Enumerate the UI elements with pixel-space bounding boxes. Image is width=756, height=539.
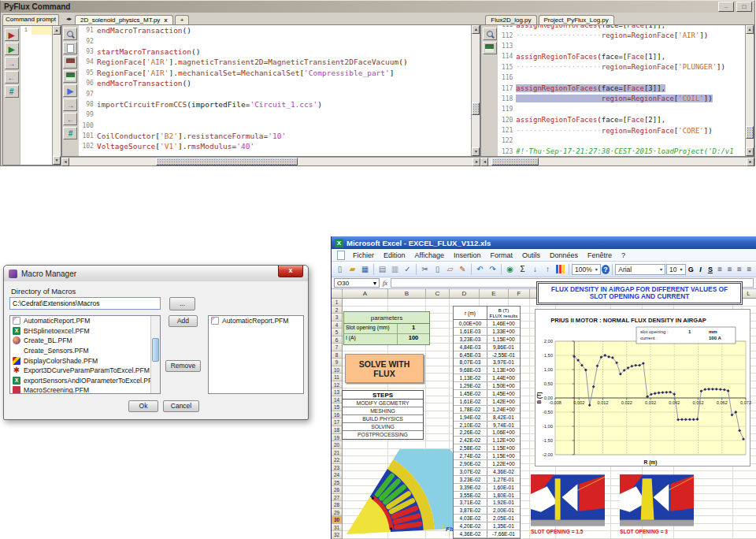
browse-button[interactable]: ...	[169, 297, 195, 310]
code-line[interactable]: 116	[498, 72, 745, 83]
column-header-B[interactable]: B	[388, 289, 426, 298]
help-icon[interactable]: ?	[602, 265, 610, 274]
macro-list-item[interactable]: Create_Sensors.PFM	[10, 346, 160, 356]
row-header-30[interactable]: 30	[332, 516, 342, 524]
cut-icon[interactable]: ✂	[419, 263, 431, 275]
row-header-8[interactable]: 8	[332, 351, 342, 359]
menu-outils[interactable]: Outils	[517, 251, 545, 260]
copy-icon[interactable]: ▯	[432, 263, 443, 275]
code-line[interactable]: 100	[79, 121, 471, 131]
scroll-left-icon[interactable]	[61, 158, 69, 166]
code-line[interactable]: 114assignRegionToFaces(face=[Face[1]],	[498, 51, 745, 61]
cancel-button[interactable]: Cancel	[163, 400, 199, 412]
underline-button[interactable]: S	[706, 266, 714, 273]
row-header-2[interactable]: 2	[332, 307, 342, 314]
remove-button[interactable]: Remove	[165, 360, 201, 372]
macro-manager-titlebar[interactable]: Macro Manager x	[4, 266, 308, 281]
row-header-27[interactable]: 27	[332, 494, 342, 502]
code-line[interactable]: 91endMacroTransaction()	[79, 25, 471, 35]
column-header-D[interactable]: D	[450, 289, 480, 298]
save-green-icon[interactable]	[63, 70, 77, 83]
save-green-icon[interactable]	[483, 42, 497, 54]
macro-list-scrollbar[interactable]	[150, 316, 160, 393]
new-tab-button[interactable]: +	[175, 15, 190, 24]
search-icon[interactable]	[63, 28, 77, 40]
code-line[interactable]: 97	[79, 88, 471, 99]
row-header-24[interactable]: 24	[332, 471, 342, 479]
scroll-left-icon[interactable]	[480, 158, 488, 166]
pyflux-titlebar[interactable]: PyFlux Command	[1, 1, 754, 13]
row-header-18[interactable]: 18	[332, 426, 342, 434]
menu-?[interactable]: ?	[617, 251, 630, 260]
new-file-icon[interactable]	[63, 42, 77, 54]
log-code-area[interactable]: 111assignRegionToFaces(face=[Face[1]],11…	[498, 25, 745, 156]
name-box[interactable]: O30 ▾	[334, 278, 380, 288]
code-line[interactable]: 94RegionFace['AIR'].magneticTransient2D=…	[79, 57, 471, 67]
open-icon[interactable]: ▰	[346, 263, 358, 275]
column-header-C[interactable]: C	[426, 289, 450, 298]
column-header-E[interactable]: E	[480, 289, 509, 298]
menu-edition[interactable]: Edition	[379, 251, 410, 260]
macro-list-item[interactable]: XexportSensorsAndIOParameterToExcel.PFM	[10, 376, 160, 386]
row-header-20[interactable]: 20	[332, 441, 342, 449]
minimize-button[interactable]	[718, 2, 734, 12]
row-header-29[interactable]: 29	[332, 509, 342, 517]
row-header-22[interactable]: 22	[332, 456, 342, 464]
format-painter-icon[interactable]: ✎	[457, 263, 469, 275]
row-header-10[interactable]: 10	[332, 366, 342, 374]
dropdown-icon[interactable]: ▾	[373, 280, 376, 287]
italic-button[interactable]: I	[696, 266, 705, 273]
scroll-thumb[interactable]	[152, 338, 159, 362]
scroll-down-icon[interactable]	[53, 156, 61, 165]
paste-icon[interactable]: ▱	[444, 263, 456, 275]
code-line[interactable]: 96endMacroTransaction()	[79, 78, 471, 88]
row-header-6[interactable]: 6	[332, 336, 342, 344]
search-icon[interactable]	[483, 28, 497, 40]
code-line[interactable]: 117assignRegionToFaces(face=[Face[3]],	[498, 83, 745, 93]
comment-icon[interactable]: #	[5, 85, 19, 98]
align-center-icon[interactable]: ≡	[725, 265, 734, 273]
print-icon[interactable]: ▤	[376, 263, 388, 275]
redo-icon[interactable]: ↷	[487, 263, 498, 275]
row-header-21[interactable]: 21	[332, 449, 342, 457]
zoom-combo[interactable]: 100%▾	[572, 264, 601, 275]
menu-donnes[interactable]: Données	[545, 251, 583, 260]
column-header-A[interactable]: A	[343, 289, 388, 298]
code-line[interactable]: 113	[498, 41, 745, 51]
row-header-31[interactable]: 31	[332, 524, 342, 532]
code-line[interactable]: 95RegionFace['AIR'].mechanicalSet=Mechan…	[79, 68, 471, 78]
row-header-19[interactable]: 19	[332, 434, 342, 442]
arrow-left-icon[interactable]: ←	[63, 113, 77, 125]
code-line[interactable]: 101CoilConductor['B2'].resistanceFormula…	[79, 131, 471, 141]
excel-titlebar[interactable]: X Microsoft Excel - EXCEL_FLUX_V112.xls	[332, 236, 756, 249]
sort-desc-icon[interactable]: ↑	[542, 263, 554, 275]
code-line[interactable]: 119	[498, 104, 745, 114]
row-header-9[interactable]: 9	[332, 359, 342, 366]
maximize-button[interactable]	[736, 2, 752, 12]
save-icon[interactable]: ▦	[359, 263, 371, 275]
row-header-11[interactable]: 11	[332, 374, 342, 381]
command-scrollbar[interactable]	[52, 26, 61, 165]
scroll-right-icon[interactable]	[472, 158, 480, 166]
row-header-15[interactable]: 15	[332, 403, 342, 411]
row-header-13[interactable]: 13	[332, 388, 342, 396]
row-header-26[interactable]: 26	[332, 486, 342, 494]
row-header-4[interactable]: 4	[332, 322, 342, 329]
sort-asc-icon[interactable]: ↓	[529, 263, 541, 275]
macro-list-item[interactable]: AutomaticReport.PFM	[10, 316, 160, 326]
font-combo[interactable]: Arial▾	[615, 264, 665, 275]
scroll-up-icon[interactable]	[472, 25, 480, 34]
chart-wizard-icon[interactable]	[554, 263, 566, 275]
command-active-line[interactable]	[32, 26, 52, 35]
hscroll-thumb[interactable]	[491, 158, 539, 165]
row-header-16[interactable]: 16	[332, 411, 342, 419]
menu-affichage[interactable]: Affichage	[410, 251, 449, 260]
comment-icon[interactable]: #	[63, 127, 77, 139]
row-header-28[interactable]: 28	[332, 501, 342, 509]
command-input-area[interactable]: 1	[20, 26, 52, 165]
main-editor-vscrollbar[interactable]	[471, 25, 480, 156]
menu-fentre[interactable]: Fenêtre	[583, 251, 617, 260]
scroll-up-icon[interactable]	[53, 26, 61, 35]
tab-command-prompt[interactable]: Command prompt	[2, 14, 59, 25]
row-header-23[interactable]: 23	[332, 464, 342, 472]
